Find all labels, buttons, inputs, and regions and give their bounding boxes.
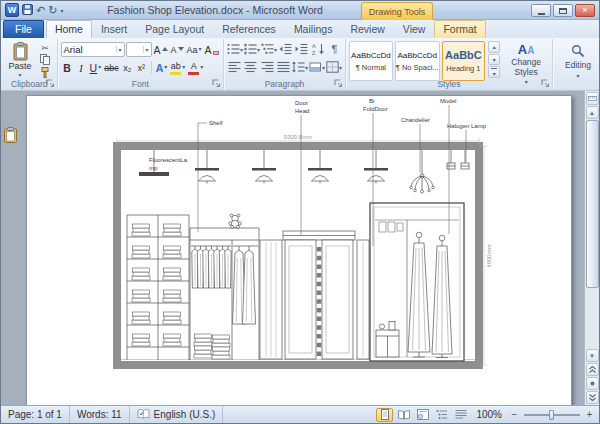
tab-references[interactable]: References [213,20,285,38]
font-color-dropdown[interactable]: ▾ [200,61,203,74]
tab-file[interactable]: File [3,20,44,38]
ruler-toggle-button[interactable] [586,92,599,105]
sort-button[interactable]: AZ [311,41,326,57]
line-spacing-button[interactable]: ▾ [292,59,308,75]
style-no-spacing[interactable]: AaBbCcDd ¶ No Spaci... [395,41,440,81]
decrease-indent-button[interactable] [278,41,293,57]
bullets-button[interactable]: ▾ [227,41,243,57]
save-button[interactable] [22,4,33,17]
format-painter-button[interactable] [37,67,53,78]
clipboard-dialog-launcher[interactable] [46,79,55,88]
elevation-drawing[interactable]: 9309.8mm 4800mm Shelf Door Head Bi Fo [27,96,573,405]
borders-button[interactable]: ▾ [326,59,342,75]
subscript-button[interactable]: x₂ [121,60,134,75]
clear-formatting-button[interactable]: A [204,42,220,57]
style-heading-1[interactable]: AaBbC Heading 1 [442,41,486,81]
paragraph-dialog-launcher[interactable] [334,79,343,88]
italic-button[interactable]: I [75,60,88,75]
cut-button[interactable]: ✂ [37,42,53,53]
scroll-down-button[interactable]: ▼ [586,349,599,362]
page-indicator[interactable]: Page: 1 of 1 [1,406,70,423]
draft-view-button[interactable] [452,408,469,422]
tab-format[interactable]: Format [434,20,485,38]
text-effects-button[interactable]: A▾ [155,60,169,75]
outline-view-button[interactable] [433,408,450,422]
shading-button[interactable]: ▾ [309,59,325,75]
select-browse-object-button[interactable] [586,377,599,390]
grow-font-button[interactable]: A [153,42,169,57]
tab-view[interactable]: View [394,20,435,38]
styles-gallery-scroll: ▴ ▾ ▾ [488,41,500,78]
previous-page-button[interactable] [586,363,599,376]
highlight-button[interactable]: ab▾ [169,60,186,75]
show-hide-marks-button[interactable]: ¶ [327,41,342,57]
highlight-dropdown[interactable]: ▾ [182,61,185,74]
change-styles-button[interactable]: AA Change Styles ▾ [503,41,549,78]
undo-button[interactable]: ↶ [36,4,45,16]
tab-home[interactable]: Home [46,20,92,38]
next-page-button[interactable] [586,391,599,404]
scroll-up-button[interactable]: ▲ [586,106,599,119]
door-head-beam [283,231,355,240]
multilevel-list-button[interactable]: ▾ [261,41,277,57]
scrollbar-thumb[interactable] [586,120,599,288]
styles-more-button[interactable]: ▾ [488,66,500,78]
proofing-book-icon [137,409,150,420]
justify-button[interactable] [276,59,291,75]
vertical-scrollbar[interactable]: ▲ ▼ [584,91,599,405]
strikethrough-button[interactable]: abc [103,60,120,75]
font-family-select[interactable]: Arial▾ [61,42,125,57]
zoom-out-button[interactable]: − [509,409,520,420]
align-right-button[interactable] [259,59,274,75]
font-size-select[interactable]: ▾ [126,42,152,57]
callout-model: Model [440,98,456,104]
styles-scroll-up-button[interactable]: ▴ [488,41,500,53]
full-screen-reading-view-button[interactable] [395,408,412,422]
paste-dropdown[interactable]: ▾ [18,71,21,78]
reading-view-icon [398,409,410,420]
office-clipboard-icon[interactable] [4,127,17,143]
font-color-button[interactable]: A▾ [187,60,204,75]
align-center-button[interactable] [243,59,258,75]
word-count[interactable]: Words: 11 [70,406,130,423]
redo-button[interactable]: ↻ [48,4,57,16]
zoom-level[interactable]: 100% [471,409,507,420]
copy-button[interactable] [37,54,53,65]
document-area: 9309.8mm 4800mm Shelf Door Head Bi Fo [1,91,599,405]
editing-dropdown-button[interactable]: Editing ▾ [556,41,600,79]
customize-qat-dropdown[interactable]: ▾ [60,7,63,14]
styles-scroll-down-button[interactable]: ▾ [488,54,500,66]
tab-review[interactable]: Review [341,20,393,38]
paste-button[interactable]: Paste ▾ [5,41,35,78]
tab-insert[interactable]: Insert [92,20,136,38]
underline-button[interactable]: U▾ [89,60,103,75]
web-layout-view-button[interactable] [414,408,431,422]
proofing-status[interactable]: English (U.S.) [130,406,224,423]
font-dialog-launcher[interactable] [212,79,221,88]
maximize-button[interactable] [553,4,573,17]
align-left-button[interactable] [227,59,242,75]
text-effects-dropdown[interactable]: ▾ [164,61,167,74]
document-page[interactable]: 9309.8mm 4800mm Shelf Door Head Bi Fo [26,95,572,405]
change-case-button[interactable]: Aa▾ [186,42,203,57]
title-bar: W ↶ ↻ ▾ Fashion Shop Elevation.docx - Mi… [1,1,599,20]
svg-text:Z: Z [312,50,316,56]
print-layout-view-button[interactable] [376,408,393,422]
tab-mailings[interactable]: Mailings [285,20,342,38]
minimize-button[interactable] [531,4,551,17]
zoom-slider-thumb[interactable] [549,410,554,420]
increase-indent-button[interactable] [294,41,309,57]
tab-page-layout[interactable]: Page Layout [136,20,213,38]
numbering-button[interactable]: ▾ [244,41,260,57]
word-app-icon[interactable]: W [5,3,19,17]
bold-button[interactable]: B [61,60,74,75]
superscript-button[interactable]: x² [135,60,148,75]
underline-dropdown[interactable]: ▾ [98,61,101,74]
styles-dialog-launcher[interactable] [541,79,550,88]
style-normal[interactable]: AaBbCcDd ¶ Normal [349,41,393,81]
zoom-in-button[interactable]: + [584,409,595,420]
shrink-font-button[interactable]: A [170,42,185,57]
close-button[interactable]: × [575,4,595,17]
zoom-slider[interactable] [524,414,580,416]
font-group-label: Font [58,79,223,90]
